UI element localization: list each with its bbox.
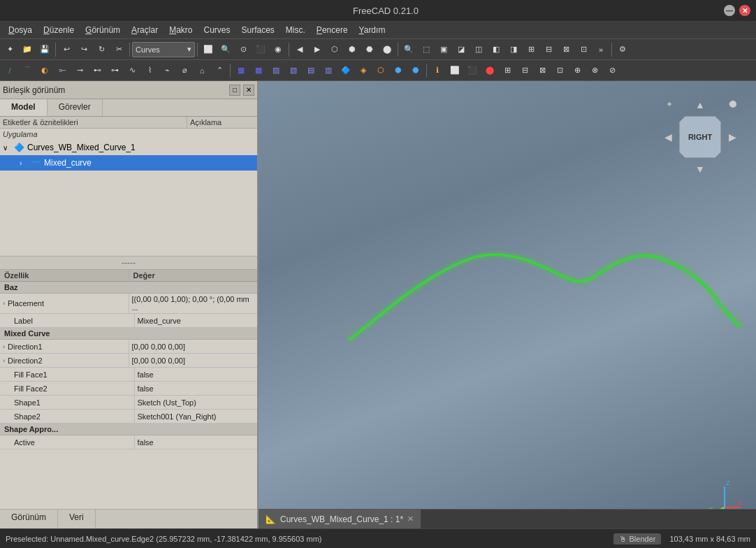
tb-save[interactable]: 💾 (36, 41, 53, 58)
tb-surface10[interactable]: ⬢ (390, 62, 407, 79)
menu-duzenle[interactable]: Düzenle (38, 24, 80, 36)
tb-misc4[interactable]: ⬤ (481, 62, 498, 79)
tb-misc8[interactable]: ⊡ (551, 62, 568, 79)
tb-curve4[interactable]: ⟜ (54, 62, 71, 79)
tb-surface5[interactable]: ▤ (303, 62, 319, 79)
tb-nav4[interactable]: ⬢ (344, 41, 361, 58)
tb-zoom1[interactable]: 🔍 (400, 41, 417, 58)
tb-misc6[interactable]: ⊟ (516, 62, 533, 79)
tb-curve12[interactable]: ⌂ (194, 62, 210, 79)
tab-tasks[interactable]: Görevler (48, 99, 103, 116)
tb-view1[interactable]: ⬜ (200, 41, 217, 58)
tb-curve13[interactable]: ⌃ (211, 62, 228, 79)
tb-misc11[interactable]: ⊘ (604, 62, 620, 79)
tb-view3[interactable]: ⊙ (235, 41, 252, 58)
props-row-shape2[interactable]: Shape2 Sketch001 (Yan_Right) (0, 410, 257, 424)
menu-makro[interactable]: Makro (163, 24, 198, 36)
props-row-direction2[interactable]: ›Direction2 [0,00 0,00 0,00] (0, 354, 257, 368)
tree-item-mixed-curve[interactable]: › 〰 Mixed_curve (0, 155, 257, 171)
tb-zoom3[interactable]: ▣ (435, 41, 452, 58)
blender-button[interactable]: 🖱 Blender (613, 533, 661, 545)
menu-yardim[interactable]: Yardım (354, 24, 391, 36)
props-row-direction1[interactable]: ›Direction1 [0,00 0,00 0,00] (0, 340, 257, 354)
workbench-dropdown[interactable]: Curves ▾ (132, 42, 195, 57)
props-row-placement[interactable]: ›Placement [(0,00 0,00 1,00); 0,00 °; (0… (0, 294, 257, 314)
menu-araclar[interactable]: Araçlar (126, 24, 163, 36)
tab-model[interactable]: Model (0, 99, 48, 116)
tb-surface11[interactable]: ⬣ (407, 62, 424, 79)
minimize-button[interactable]: — (724, 5, 735, 16)
nav-corner-tl[interactable]: ◆ (662, 96, 676, 110)
props-row-fillface1[interactable]: Fill Face1 false (0, 368, 257, 382)
menu-goruntum[interactable]: Görünüm (80, 24, 126, 36)
props-row-fillface2[interactable]: Fill Face2 false (0, 382, 257, 396)
tb-nav1[interactable]: ◀ (291, 41, 308, 58)
panel-expand-button[interactable]: □ (229, 85, 240, 96)
tb-zoom2[interactable]: ⬚ (418, 41, 435, 58)
nav-arrow-top[interactable]: ▲ (693, 98, 707, 112)
nav-cube-face-right[interactable]: RIGHT (679, 116, 721, 158)
menu-dosya[interactable]: Dosya (3, 24, 38, 36)
tb-redo[interactable]: ↪ (75, 41, 92, 58)
nav-arrow-right[interactable]: ▶ (725, 130, 739, 144)
bottom-tab-data[interactable]: Veri (58, 510, 96, 528)
tb-curve11[interactable]: ⌀ (176, 62, 193, 79)
tb-view10[interactable]: ⊞ (523, 41, 539, 58)
tb-curve8[interactable]: ∿ (124, 62, 140, 79)
viewport-tab-close[interactable]: ✕ (407, 514, 414, 524)
menu-curves[interactable]: Curves (198, 24, 235, 36)
tb-misc3[interactable]: ⬛ (464, 62, 481, 79)
tb-undo[interactable]: ↩ (58, 41, 75, 58)
expand-arrow-dir2[interactable]: › (3, 357, 5, 364)
tb-cut[interactable]: ✂ (110, 41, 127, 58)
nav-arrow-left[interactable]: ◀ (661, 130, 675, 144)
tb-curve9[interactable]: ⌇ (141, 62, 158, 79)
tb-surface8[interactable]: ◈ (355, 62, 372, 79)
tb-curve5[interactable]: ⊸ (71, 62, 88, 79)
menu-surfaces[interactable]: Surfaces (236, 24, 280, 36)
tb-view5[interactable]: ◉ (270, 41, 286, 58)
tb-surface7[interactable]: 🔷 (337, 62, 354, 79)
tb-misc1[interactable]: ℹ (429, 62, 446, 79)
tb-settings[interactable]: ⚙ (614, 41, 631, 58)
tb-refresh[interactable]: ↻ (93, 41, 110, 58)
tb-nav3[interactable]: ⬡ (326, 41, 343, 58)
close-button[interactable]: ✕ (739, 5, 750, 16)
tb-misc2[interactable]: ⬜ (446, 62, 463, 79)
tb-open[interactable]: 📁 (19, 41, 36, 58)
tree-expand-child[interactable]: › (20, 159, 28, 167)
tb-nav5[interactable]: ⬣ (361, 41, 378, 58)
tb-new[interactable]: ✦ (1, 41, 18, 58)
tb-view9[interactable]: ◨ (505, 41, 522, 58)
viewport[interactable]: ▲ ▼ ◀ ▶ ◆ ◆ RIGHT Z X (259, 81, 756, 528)
expand-arrow-dir1[interactable]: › (3, 343, 5, 350)
tb-curve6[interactable]: ⊷ (89, 62, 106, 79)
tb-nav6[interactable]: ⬤ (379, 41, 395, 58)
tb-view2[interactable]: 🔍 (217, 41, 234, 58)
tb-curve1[interactable]: / (1, 62, 18, 79)
tb-misc9[interactable]: ⊕ (569, 62, 586, 79)
tb-curve3[interactable]: ◐ (36, 62, 53, 79)
tb-view11[interactable]: ⊟ (540, 41, 557, 58)
tb-surface9[interactable]: ⬡ (372, 62, 389, 79)
nav-arrow-bottom[interactable]: ▼ (693, 162, 707, 176)
tb-surface2[interactable]: ▩ (250, 62, 267, 79)
tb-nav2[interactable]: ▶ (309, 41, 326, 58)
tb-curve7[interactable]: ⊶ (106, 62, 123, 79)
tb-misc7[interactable]: ⊠ (534, 62, 551, 79)
props-row-active[interactable]: Active false (0, 435, 257, 449)
bottom-tab-view[interactable]: Görünüm (0, 510, 58, 528)
viewport-tab[interactable]: 📐 Curves_WB_Mixed_Curve_1 : 1* ✕ (259, 510, 421, 528)
tree-expand-root[interactable]: ∨ (3, 144, 11, 152)
panel-close-button[interactable]: ✕ (243, 85, 254, 96)
menu-misc[interactable]: Misc. (280, 24, 311, 36)
tb-surface1[interactable]: ▦ (233, 62, 249, 79)
expand-arrow-placement[interactable]: › (3, 300, 5, 307)
tb-view8[interactable]: ◧ (488, 41, 504, 58)
tb-curve10[interactable]: ⌁ (159, 62, 175, 79)
tb-curve2[interactable]: ⌒ (19, 62, 36, 79)
tb-surface4[interactable]: ▧ (285, 62, 302, 79)
tb-view6[interactable]: ◪ (453, 41, 470, 58)
tb-misc5[interactable]: ⊞ (499, 62, 516, 79)
tb-view7[interactable]: ◫ (470, 41, 487, 58)
